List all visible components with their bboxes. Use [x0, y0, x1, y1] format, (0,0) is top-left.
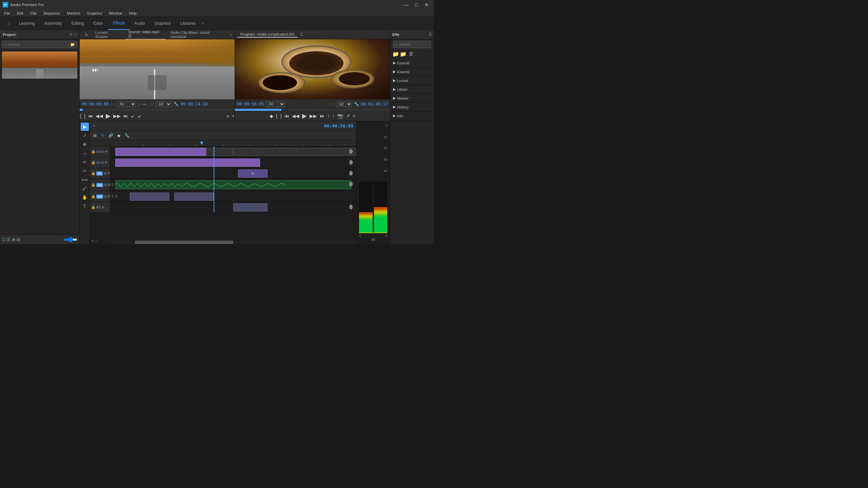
program-menu-icon[interactable]: ☰: [300, 32, 303, 37]
a2-clip-1[interactable]: [130, 192, 169, 201]
tl-linked-icon[interactable]: 🔗: [107, 133, 115, 139]
effects-panel-history[interactable]: ▶ History: [390, 103, 434, 111]
track-a3-lock[interactable]: 🔒: [91, 205, 95, 209]
program-add-button[interactable]: +: [353, 113, 355, 119]
timeline-h-scrollbar-thumb[interactable]: [135, 241, 233, 244]
effects-panel-libraries[interactable]: ▶ Librari: [390, 85, 434, 94]
tab-graphics[interactable]: Graphics: [150, 17, 175, 30]
program-fit-select[interactable]: Fit 25% 50% 100%: [266, 101, 285, 107]
a2-clip-2[interactable]: [174, 192, 214, 201]
source-go-in[interactable]: ⏮: [88, 113, 93, 119]
tool-type[interactable]: T: [81, 202, 89, 210]
track-remove-button[interactable]: ○: [95, 239, 97, 243]
menu-clip[interactable]: Clip: [29, 11, 38, 16]
track-v2-btn[interactable]: V2: [96, 161, 100, 164]
project-menu-icon[interactable]: ☰: [70, 33, 73, 36]
close-button[interactable]: ✕: [422, 1, 431, 8]
source-overwrite-button[interactable]: ↙: [138, 113, 142, 119]
v2-end-handle[interactable]: [349, 160, 353, 165]
program-step-back[interactable]: ◀◀: [292, 113, 299, 119]
menu-markers[interactable]: Markers: [65, 11, 82, 16]
track-v3-btn[interactable]: V3: [96, 150, 100, 154]
track-a2-btn[interactable]: A2: [96, 195, 103, 199]
track-add-button[interactable]: +: [91, 239, 94, 243]
effects-panel-info[interactable]: ▶ Info: [390, 111, 434, 120]
track-v3-sync[interactable]: ⊞: [101, 150, 104, 154]
source-settings-icon[interactable]: □: [138, 102, 141, 107]
effects-panel-lumetri[interactable]: ▶ Lumeti: [390, 76, 434, 85]
program-monitor-title[interactable]: Program: mixkit-complicated-281: [238, 32, 298, 38]
source-quality-select[interactable]: 1/2 Full: [156, 101, 172, 107]
program-extract-button[interactable]: ↑: [332, 113, 335, 119]
a3-end-handle[interactable]: [349, 205, 353, 209]
effects-search-input[interactable]: [399, 42, 429, 46]
program-marker[interactable]: ◆: [270, 113, 273, 119]
program-mark-out[interactable]: }: [280, 113, 282, 119]
track-v1-lock[interactable]: 🔒: [91, 171, 95, 175]
v2-clip-1[interactable]: [115, 159, 260, 167]
tab-ls[interactable]: ls: [82, 32, 91, 37]
tl-ripple-icon[interactable]: ↰: [99, 133, 105, 139]
program-step-forward[interactable]: ▶▶: [310, 113, 317, 119]
tool-razor[interactable]: ✏: [81, 158, 89, 166]
program-play-button[interactable]: ▶: [302, 112, 307, 120]
tab-learning[interactable]: Learning: [14, 17, 40, 30]
track-a2-lock[interactable]: 🔒: [91, 195, 95, 198]
program-quality-select[interactable]: 1/2 Full: [336, 101, 352, 107]
list-view-icon[interactable]: ☰: [7, 237, 11, 242]
icon-view-icon[interactable]: ⊞: [12, 237, 15, 242]
tab-libraries[interactable]: Libraries: [175, 17, 200, 30]
source-play-button[interactable]: ▶: [106, 112, 111, 120]
track-v2-lock[interactable]: 🔒: [91, 161, 95, 164]
tool-select[interactable]: ▶: [81, 123, 89, 131]
new-bin-icon[interactable]: 📁: [70, 42, 75, 47]
program-scrub[interactable]: [235, 109, 390, 111]
menu-help[interactable]: Help: [127, 11, 138, 16]
effects-panel-menu[interactable]: ☰: [429, 32, 432, 37]
source-mark-out[interactable]: }: [84, 113, 86, 119]
track-a1-sync[interactable]: ⊞: [104, 183, 107, 187]
workspace-expand[interactable]: »: [200, 21, 205, 25]
tool-hand[interactable]: ✋: [81, 193, 89, 201]
effects-search-bar[interactable]: ⌕: [393, 41, 431, 48]
program-go-out[interactable]: ⏭: [320, 113, 324, 119]
freeform-view-icon[interactable]: ⊟: [17, 237, 20, 242]
v3-clip-1[interactable]: [115, 148, 206, 156]
track-v2-eye[interactable]: 👁: [104, 161, 108, 164]
program-camera-icon[interactable]: 📷: [337, 113, 343, 119]
tab-audio-clip-mixer[interactable]: Audio Clip Mixer: mixkit-complicat: [168, 30, 228, 39]
menu-edit[interactable]: Edit: [16, 11, 25, 16]
source-header-expand[interactable]: »: [230, 33, 232, 37]
track-v1-sync[interactable]: ⊞: [104, 171, 106, 175]
menu-graphics[interactable]: Graphics: [86, 11, 103, 16]
timeline-close[interactable]: ✕: [93, 124, 95, 128]
effect-folder-icon-2[interactable]: 📁: [400, 51, 407, 57]
source-step-forward[interactable]: ▶▶: [113, 113, 121, 119]
maximize-button[interactable]: □: [412, 1, 421, 8]
track-v3-lock[interactable]: 🔒: [91, 150, 95, 154]
a1-end-handle[interactable]: [349, 182, 353, 186]
minimize-button[interactable]: —: [401, 1, 411, 8]
tool-rate-stretch[interactable]: ↔: [81, 149, 89, 157]
program-wrench-icon[interactable]: 🔧: [354, 102, 359, 106]
source-scrub[interactable]: [80, 109, 235, 111]
new-item-icon[interactable]: ⬡: [2, 237, 5, 242]
tab-assembly[interactable]: Assembly: [40, 17, 67, 30]
track-a1-lock[interactable]: 🔒: [91, 183, 95, 187]
timeline-h-scrollbar[interactable]: [110, 241, 356, 244]
a1-audio-clip[interactable]: [115, 180, 351, 189]
source-go-out[interactable]: ⏭: [123, 113, 128, 119]
v3-end-handle[interactable]: [349, 149, 353, 154]
tab-audio[interactable]: Audio: [130, 17, 150, 30]
track-v1-btn[interactable]: V1: [96, 171, 103, 176]
source-wrench-icon[interactable]: 🔧: [174, 102, 179, 106]
thumbnail-size-slider[interactable]: [64, 239, 77, 241]
tab-editing[interactable]: Editing: [67, 17, 89, 30]
tool-slide[interactable]: ⟺: [81, 176, 89, 184]
workspace-home[interactable]: ⌂: [3, 17, 14, 30]
track-a3-sync[interactable]: ⊞: [101, 205, 104, 209]
tab-color[interactable]: Color: [88, 17, 108, 30]
tab-lumetri-scopes[interactable]: Lumetri Scopes: [93, 30, 123, 39]
v3-clip-hatched-right[interactable]: [233, 148, 356, 156]
v1-clip-fx[interactable]: fx: [238, 169, 268, 178]
